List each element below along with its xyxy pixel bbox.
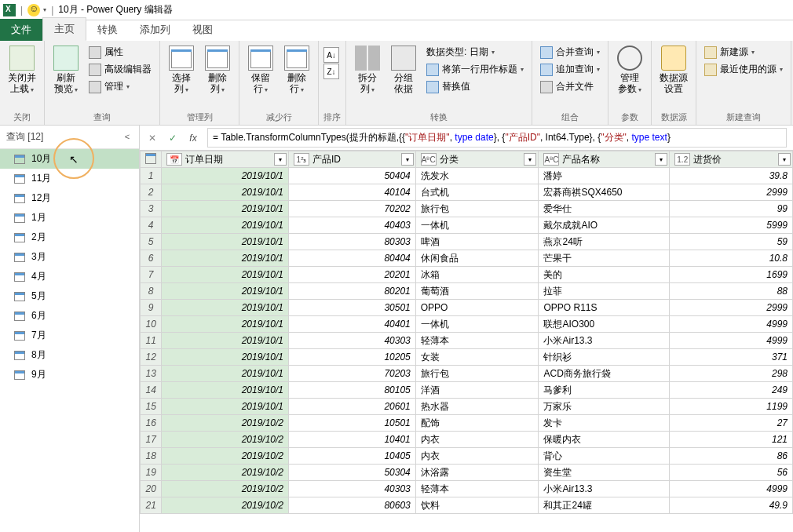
cell-date[interactable]: 2019/10/1 <box>162 234 289 250</box>
cell-price[interactable]: 249 <box>670 382 793 399</box>
cell-id[interactable]: 10405 <box>289 448 416 465</box>
table-row[interactable]: 172019/10/210401内衣保暖内衣121 <box>141 432 793 448</box>
datasource-settings-button[interactable]: 数据源 设置 <box>656 44 691 96</box>
query-item-1月[interactable]: 1月 <box>0 208 139 228</box>
cell-price[interactable]: 39.8 <box>670 168 793 184</box>
tab-transform[interactable]: 转换 <box>86 19 129 41</box>
table-row[interactable]: 32019/10/170202旅行包爱华仕99 <box>141 201 793 217</box>
cell-id[interactable]: 40401 <box>289 316 416 333</box>
query-item-2月[interactable]: 2月 <box>0 228 139 247</box>
remove-rows-button[interactable]: 删除 行 <box>280 44 313 97</box>
cell-category[interactable]: 配饰 <box>415 415 539 432</box>
query-item-10月[interactable]: 10月 <box>0 149 139 169</box>
cell-price[interactable]: 88 <box>670 283 793 300</box>
column-header-产品ID[interactable]: 1²₃产品ID▾ <box>289 151 416 168</box>
cell-name[interactable]: 联想AIO300 <box>539 316 670 333</box>
cell-date[interactable]: 2019/10/1 <box>162 316 289 333</box>
cell-id[interactable]: 10501 <box>289 415 416 432</box>
sort-asc-button[interactable]: A↓ <box>323 47 339 63</box>
query-item-7月[interactable]: 7月 <box>0 326 139 345</box>
cell-date[interactable]: 2019/10/2 <box>162 432 289 448</box>
cell-id[interactable]: 40104 <box>289 184 416 201</box>
smiley-icon[interactable] <box>27 4 40 16</box>
accept-formula-button[interactable]: ✓ <box>166 132 179 144</box>
cell-name[interactable]: 拉菲 <box>539 283 670 300</box>
sort-desc-button[interactable]: Z↓ <box>323 64 339 79</box>
cell-date[interactable]: 2019/10/2 <box>162 415 289 432</box>
cell-price[interactable]: 4999 <box>670 333 793 349</box>
table-row[interactable]: 102019/10/140401一体机联想AIO3004999 <box>141 316 793 333</box>
cell-price[interactable]: 86 <box>670 448 793 465</box>
close-load-button[interactable]: 关闭并 上载 <box>5 44 39 97</box>
cell-price[interactable]: 1199 <box>670 399 793 415</box>
cell-name[interactable]: 资生堂 <box>539 465 670 481</box>
new-source-button[interactable]: 新建源 <box>701 44 786 60</box>
replace-values-button[interactable]: 替换值 <box>423 78 527 95</box>
cell-price[interactable]: 371 <box>670 349 793 366</box>
cell-name[interactable]: 宏碁商祺SQX4650 <box>539 184 670 201</box>
cell-category[interactable]: 葡萄酒 <box>415 283 539 300</box>
cell-category[interactable]: 旅行包 <box>415 201 539 217</box>
manage-params-button[interactable]: 管理 参数 <box>613 44 646 97</box>
query-item-11月[interactable]: 11月 <box>0 169 139 188</box>
cell-price[interactable]: 99 <box>670 201 793 217</box>
cell-name[interactable]: 马爹利 <box>539 382 670 399</box>
cell-name[interactable]: 潘婷 <box>539 168 670 184</box>
cell-price[interactable]: 1699 <box>670 267 793 283</box>
table-row[interactable]: 182019/10/210405内衣背心86 <box>141 448 793 465</box>
keep-rows-button[interactable]: 保留 行 <box>244 44 277 97</box>
advanced-editor-button[interactable]: 高级编辑器 <box>86 61 155 78</box>
cell-id[interactable]: 70203 <box>289 366 416 382</box>
cell-price[interactable]: 4999 <box>670 481 793 497</box>
table-row[interactable]: 142019/10/180105洋酒马爹利249 <box>141 382 793 399</box>
select-all-corner[interactable] <box>141 151 162 168</box>
cell-category[interactable]: 台式机 <box>415 184 539 201</box>
cell-name[interactable]: 燕京24听 <box>539 234 670 250</box>
manage-button[interactable]: 管理 <box>86 78 155 95</box>
table-row[interactable]: 212019/10/280603饮料和其正24罐49.9 <box>141 497 793 514</box>
cell-price[interactable]: 2999 <box>670 184 793 201</box>
cell-date[interactable]: 2019/10/1 <box>162 184 289 201</box>
column-header-分类[interactable]: AᴮC分类▾ <box>415 151 539 168</box>
cell-date[interactable]: 2019/10/1 <box>162 201 289 217</box>
cell-date[interactable]: 2019/10/2 <box>162 497 289 514</box>
cell-id[interactable]: 10205 <box>289 349 416 366</box>
filter-button[interactable]: ▾ <box>778 153 791 166</box>
cell-name[interactable]: 保暖内衣 <box>539 432 670 448</box>
filter-button[interactable]: ▾ <box>401 153 414 166</box>
cell-category[interactable]: 一体机 <box>415 316 539 333</box>
combine-files-button[interactable]: 合并文件 <box>537 78 603 95</box>
append-queries-button[interactable]: 追加查询 <box>537 61 603 78</box>
cell-id[interactable]: 40403 <box>289 217 416 234</box>
cell-price[interactable]: 2999 <box>670 300 793 316</box>
cell-category[interactable]: 内衣 <box>415 432 539 448</box>
query-item-9月[interactable]: 9月 <box>0 365 139 384</box>
cell-name[interactable]: 戴尔成就AIO <box>539 217 670 234</box>
cell-id[interactable]: 80201 <box>289 283 416 300</box>
tab-home[interactable]: 主页 <box>42 17 86 41</box>
split-column-button[interactable]: 拆分 列 <box>351 44 384 97</box>
cell-date[interactable]: 2019/10/1 <box>162 382 289 399</box>
table-row[interactable]: 202019/10/240303轻薄本小米Air13.34999 <box>141 481 793 497</box>
cell-price[interactable]: 59 <box>670 234 793 250</box>
table-row[interactable]: 162019/10/210501配饰发卡27 <box>141 415 793 432</box>
properties-button[interactable]: 属性 <box>86 44 155 60</box>
cell-id[interactable]: 70202 <box>289 201 416 217</box>
cell-name[interactable]: 和其正24罐 <box>539 497 670 514</box>
cell-price[interactable]: 10.8 <box>670 250 793 267</box>
cell-name[interactable]: OPPO R11S <box>539 300 670 316</box>
column-header-订单日期[interactable]: 📅订单日期▾ <box>162 151 289 168</box>
cell-id[interactable]: 20601 <box>289 399 416 415</box>
cell-price[interactable]: 27 <box>670 415 793 432</box>
cell-category[interactable]: OPPO <box>415 300 539 316</box>
cell-id[interactable]: 20201 <box>289 267 416 283</box>
cell-date[interactable]: 2019/10/1 <box>162 168 289 184</box>
table-row[interactable]: 82019/10/180201葡萄酒拉菲88 <box>141 283 793 300</box>
cell-category[interactable]: 冰箱 <box>415 267 539 283</box>
recent-sources-button[interactable]: 最近使用的源 <box>701 61 786 78</box>
cell-id[interactable]: 10401 <box>289 432 416 448</box>
cell-date[interactable]: 2019/10/2 <box>162 481 289 497</box>
cell-price[interactable]: 4999 <box>670 316 793 333</box>
table-row[interactable]: 42019/10/140403一体机戴尔成就AIO5999 <box>141 217 793 234</box>
cell-category[interactable]: 女装 <box>415 349 539 366</box>
